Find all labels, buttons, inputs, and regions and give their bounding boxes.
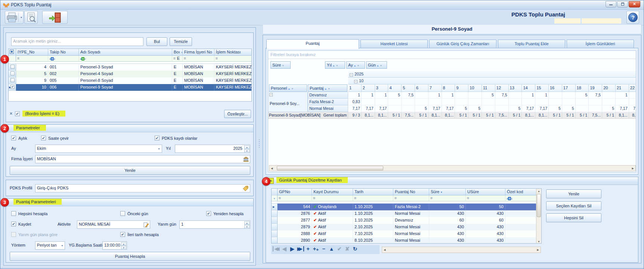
tab-toplu-puantaj-ekle[interactable]: Toplu Puantaj Ekle (498, 40, 565, 48)
navigator-append-button[interactable]: + (304, 246, 312, 252)
tab-günlük-giriş-çıkış-zamanları[interactable]: Günlük Giriş Çıkış Zamanları (429, 40, 496, 48)
corrections-filter-cell[interactable]: = (393, 195, 429, 201)
pivot-year-band[interactable]: −2025 (348, 71, 636, 78)
customize-button[interactable]: Özelleştir... (224, 110, 251, 118)
tab-puantaj[interactable]: Puantaj (266, 39, 359, 49)
pivot-field-gün[interactable]: Gün ▲ ▼ (366, 61, 387, 69)
filter-cell[interactable]: aBc (79, 56, 172, 62)
pivot-day-header[interactable]: 1 (348, 84, 362, 92)
filter-active-checkbox[interactable]: ✔ (15, 111, 20, 116)
pivot-day-header[interactable]: 18 (576, 84, 589, 92)
corrections-column-kayıt-durumu[interactable]: Kayıt Durumu (312, 189, 353, 195)
filter-cell[interactable]: = (16, 56, 48, 62)
corrections-hscrollbar[interactable]: ◀ ▶ (382, 247, 541, 253)
navigator-refresh-button[interactable]: ↻ (351, 246, 359, 252)
method-combo[interactable]: Periyot tan▼ (35, 241, 65, 250)
pivot-day-header[interactable]: 7 (428, 84, 442, 92)
navigator-delete-button[interactable]: − (320, 246, 328, 252)
activity-input[interactable]: NORMAL MESAİ (77, 220, 150, 229)
delete-selected-button[interactable]: Seçilen Kayıtları Sil (546, 201, 601, 210)
pivot-day-header[interactable]: 4 (388, 84, 402, 92)
tab-i-şlem-günlükleri[interactable]: İşlem Günlükleri (567, 40, 634, 48)
personnel-row[interactable]: 9005Personel-8 SoyadEMOBİSANKAYSERİ MERK… (9, 77, 252, 84)
navigator-edit-button[interactable]: ▲ (328, 246, 335, 252)
corrections-row[interactable]: 2888✔Aktif7.10.2025Normal Mesai430430 (272, 231, 537, 237)
corrections-filter-cell[interactable]: = (429, 195, 466, 201)
help-button[interactable]: ? (626, 11, 639, 24)
edit-icon[interactable] (143, 222, 149, 228)
pdks-profile-input[interactable]: Giriş-Çıkış PDKS (35, 184, 250, 192)
print-preview-button[interactable] (24, 11, 38, 24)
print-button[interactable]: ▼ (5, 11, 24, 24)
pivot-day-header[interactable]: 19 (589, 84, 602, 92)
column-header-firma-i-şyeri-no[interactable]: Firma İşyeri No (183, 49, 214, 56)
column-header-takip-no[interactable]: Takip No (48, 49, 79, 56)
pivot-scroll-thumb[interactable] (277, 166, 383, 170)
pivot-row-header-devamsız[interactable]: Devamsız (308, 92, 348, 99)
close-button[interactable]: ✕ (629, 1, 640, 7)
collapse-year-icon[interactable]: − (350, 73, 353, 77)
save-checkbox[interactable]: ✔ (11, 222, 16, 226)
column-header-iype-no[interactable]: IYPE_No (16, 49, 48, 56)
corrections-row[interactable]: 2890✔Aktif8.10.2025Normal Mesai430430 (272, 237, 537, 244)
navigator-prev-button[interactable]: ◀ (281, 246, 288, 252)
year-input[interactable]: 2025▲▼ (175, 145, 250, 153)
pdks-records-checkbox[interactable]: ✔ (155, 136, 160, 140)
year-spinner[interactable]: ▲▼ (244, 145, 250, 152)
half-day-input[interactable]: 1▲▼ (179, 220, 250, 229)
corrections-scroll-up[interactable]: ▲ (538, 190, 540, 192)
corrections-scroll-thumb[interactable] (537, 194, 541, 217)
corrections-filter-cell[interactable]: aBc (505, 195, 537, 201)
corrections-column-puantaj-no[interactable]: Puantaj No (393, 189, 429, 195)
exit-button[interactable] (42, 11, 68, 24)
personnel-row[interactable]: 5002Personel-4 SoyadEMOBİSANKAYSERİ MERK… (9, 71, 252, 77)
corrections-column-gpno[interactable]: GPNo (278, 189, 312, 195)
personnel-row[interactable]: 4001Personel-3 SoyadEMOBİSANKAYSERİ MERK… (9, 64, 252, 71)
filter-cell[interactable]: aBc (48, 56, 79, 62)
pivot-day-header[interactable]: 16 (549, 84, 562, 92)
pivot-field-personel[interactable]: Personel ▲ ▼ (269, 84, 307, 92)
company-input[interactable]: MOBİSAN (35, 155, 250, 163)
pivot-day-header[interactable]: 12 (495, 84, 509, 92)
pivot-day-header[interactable]: 22 (629, 84, 636, 92)
hd-start-time-input[interactable]: 13:00:00▲▼ (102, 241, 127, 250)
print-dropdown-arrow[interactable]: ▼ (20, 16, 22, 19)
half-day-plan-checkbox[interactable] (11, 232, 16, 237)
future-date-checkbox[interactable]: ✔ (120, 232, 125, 237)
pivot-field-yıl[interactable]: Yıl ▲ ▼ (325, 61, 345, 69)
maximize-button[interactable] (617, 1, 628, 7)
collapse-month-icon[interactable]: − (354, 80, 357, 83)
pivot-day-header[interactable]: 17 (562, 84, 576, 92)
pivot-hscrollbar[interactable]: ◀▶ (269, 165, 636, 171)
column-header-boı[interactable]: Boı ▼ (172, 49, 183, 56)
pivot-row-header-normal-mesai[interactable]: Normal Mesai (308, 105, 348, 112)
pivot-day-header[interactable]: 15 (535, 84, 549, 92)
navigator-cancel-edit-button[interactable]: ✘ (343, 246, 351, 252)
month-combo[interactable]: Ekim▼ (35, 145, 162, 153)
tab-hareket-listesi[interactable]: Hareket Listesi (360, 40, 428, 48)
minimize-button[interactable] (606, 1, 616, 7)
pivot-day-header[interactable]: 21 (616, 84, 629, 92)
calc-all-checkbox[interactable] (11, 211, 16, 216)
corrections-row[interactable]: ▶544✔Onaylandı1.10.2025Fazla Mesai-25050 (272, 204, 537, 210)
monthly-checkbox[interactable]: ✔ (11, 136, 16, 140)
splitter[interactable] (257, 27, 261, 266)
pivot-day-header[interactable]: 8 (442, 84, 455, 92)
pivot-scroll-right[interactable]: ▶ (632, 167, 634, 170)
pivot-day-header[interactable]: 10 (468, 84, 482, 92)
convert-hours-checkbox[interactable]: ✔ (41, 136, 46, 140)
pivot-day-header[interactable]: 3 (375, 84, 388, 92)
scroll-left-arrow[interactable]: ◀ (384, 248, 386, 251)
filter-cell[interactable]: =E (172, 56, 183, 62)
pivot-day-header[interactable]: 5 (402, 84, 415, 92)
pivot-month-band[interactable]: −10 (348, 78, 636, 84)
half-day-spinner[interactable]: ▲▼ (244, 221, 250, 228)
pivot-field-sure[interactable]: Süre ▼ (270, 61, 291, 69)
filter-cell[interactable]: = (214, 56, 252, 62)
row-checkbox[interactable] (10, 71, 15, 75)
navigator-next-button[interactable]: ▶ (288, 246, 296, 252)
row-checkbox[interactable] (10, 78, 15, 82)
corrections-filter-cell[interactable]: = (312, 195, 353, 201)
row-checkbox[interactable]: ✔ (10, 85, 15, 89)
company-picker-icon[interactable] (243, 157, 249, 162)
